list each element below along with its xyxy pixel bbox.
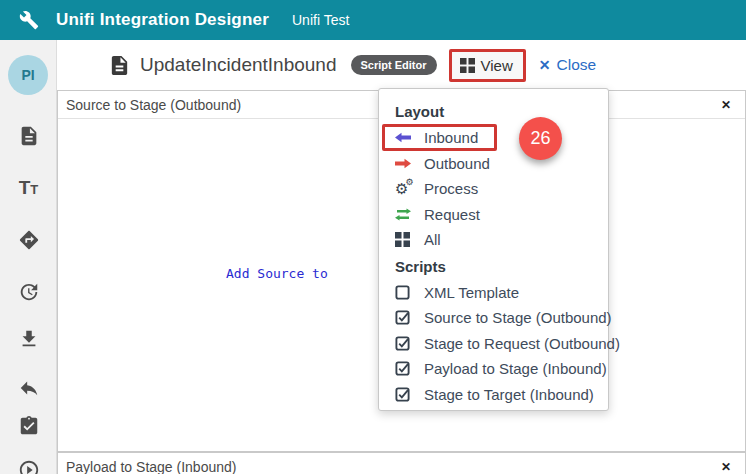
- checkbox-checked-icon: [395, 310, 413, 325]
- play-circle-icon[interactable]: [17, 458, 40, 474]
- menu-item-xml-template[interactable]: XML Template: [379, 280, 608, 306]
- editor-toolbar: UpdateIncidentInbound Script Editor View…: [57, 40, 746, 90]
- app-context-link[interactable]: Unifi Test: [292, 12, 349, 28]
- view-menu: Layout Inbound Outbound ⚙⚙ Process: [378, 88, 609, 411]
- panel-title: Source to Stage (Outbound): [66, 97, 241, 113]
- menu-item-request[interactable]: Request: [379, 202, 608, 228]
- menu-item-stage-to-target[interactable]: Stage to Target (Inbound): [379, 382, 608, 408]
- download-icon[interactable]: [17, 327, 40, 350]
- menu-item-process[interactable]: ⚙⚙ Process: [379, 176, 608, 202]
- menu-item-payload-to-stage[interactable]: Payload to Stage (Inbound): [379, 356, 608, 382]
- script-editor-badge: Script Editor: [351, 55, 437, 75]
- checkbox-checked-icon: [395, 361, 413, 376]
- menu-item-label: All: [424, 231, 441, 248]
- page-title: UpdateIncidentInbound: [140, 54, 337, 76]
- menu-item-stage-to-request[interactable]: Stage to Request (Outbound): [379, 331, 608, 357]
- view-button-label: View: [481, 57, 513, 74]
- swap-arrows-icon: [395, 208, 413, 221]
- menu-section-layout: Layout: [379, 101, 608, 125]
- checkbox-checked-icon: [395, 336, 413, 351]
- panel-title: Payload to Stage (Inbound): [66, 459, 236, 474]
- menu-item-source-to-stage[interactable]: Source to Stage (Outbound): [379, 305, 608, 331]
- grid-icon: [460, 58, 475, 73]
- close-button[interactable]: ✕ Close: [539, 56, 596, 74]
- menu-item-label: XML Template: [424, 284, 519, 301]
- clipboard-check-icon[interactable]: [17, 414, 40, 437]
- panel-payload-to-stage-header: Payload to Stage (Inbound) ✕: [58, 453, 745, 474]
- menu-item-all[interactable]: All: [379, 227, 608, 253]
- unifi-integration-designer-window: Unifi Integration Designer Unifi Test PI…: [0, 0, 746, 474]
- sidebar: PI TT: [0, 40, 57, 474]
- code-placeholder-text[interactable]: Add Source to: [226, 266, 328, 281]
- checkbox-unchecked-icon: [395, 285, 413, 300]
- close-button-label: Close: [557, 56, 597, 74]
- panel-close-icon[interactable]: ✕: [721, 98, 731, 112]
- annotation-step-badge: 26: [519, 117, 562, 160]
- arrow-right-icon: [395, 158, 413, 169]
- grid-icon: [395, 232, 413, 247]
- view-button[interactable]: View: [452, 52, 523, 79]
- wrench-icon: [19, 10, 39, 30]
- menu-item-outbound[interactable]: Outbound: [379, 151, 608, 177]
- menu-item-label: Payload to Stage (Inbound): [424, 360, 607, 377]
- menu-section-scripts: Scripts: [379, 256, 608, 280]
- annotation-highlight-view: View: [449, 49, 526, 82]
- menu-item-label: Request: [424, 206, 480, 223]
- menu-item-inbound[interactable]: Inbound: [379, 125, 608, 151]
- directions-diamond-icon[interactable]: [17, 228, 40, 251]
- menu-item-label: Process: [424, 180, 478, 197]
- menu-item-label: Stage to Target (Inbound): [424, 386, 594, 403]
- panel-close-icon[interactable]: ✕: [721, 460, 731, 474]
- document-icon[interactable]: [17, 124, 40, 147]
- menu-item-label: Inbound: [424, 129, 478, 146]
- avatar[interactable]: PI: [8, 55, 48, 95]
- close-x-icon: ✕: [539, 57, 551, 73]
- checkbox-checked-icon: [395, 387, 413, 402]
- gears-icon: ⚙⚙: [395, 181, 413, 196]
- arrow-left-icon: [395, 132, 413, 143]
- panel-payload-to-stage: Payload to Stage (Inbound) ✕: [57, 452, 746, 474]
- text-format-icon[interactable]: TT: [17, 176, 40, 199]
- app-title: Unifi Integration Designer: [56, 10, 269, 30]
- menu-item-label: Source to Stage (Outbound): [424, 309, 612, 326]
- menu-item-label: Stage to Request (Outbound): [424, 335, 620, 352]
- script-document-icon: [108, 54, 131, 77]
- reply-icon[interactable]: [17, 376, 40, 399]
- history-icon[interactable]: [17, 280, 40, 303]
- app-header: Unifi Integration Designer Unifi Test: [0, 0, 746, 40]
- menu-item-label: Outbound: [424, 155, 490, 172]
